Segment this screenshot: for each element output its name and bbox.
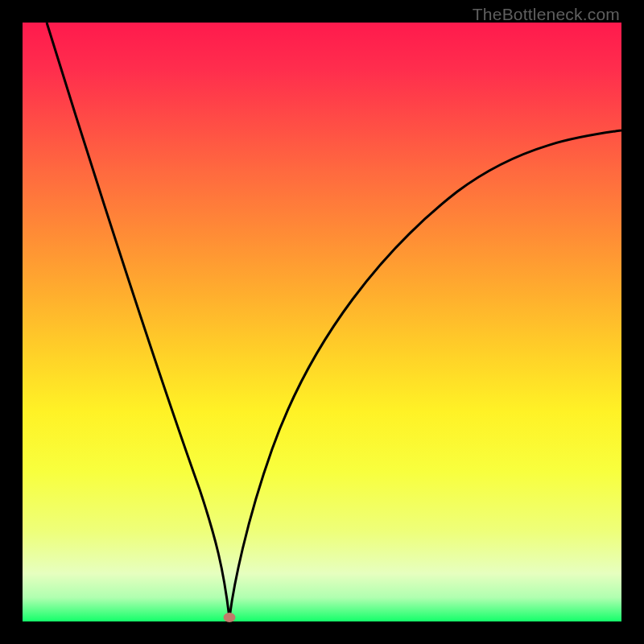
chart-plot-area [23,23,621,621]
optimal-point-marker [224,613,236,622]
watermark-text: TheBottleneck.com [473,5,620,24]
